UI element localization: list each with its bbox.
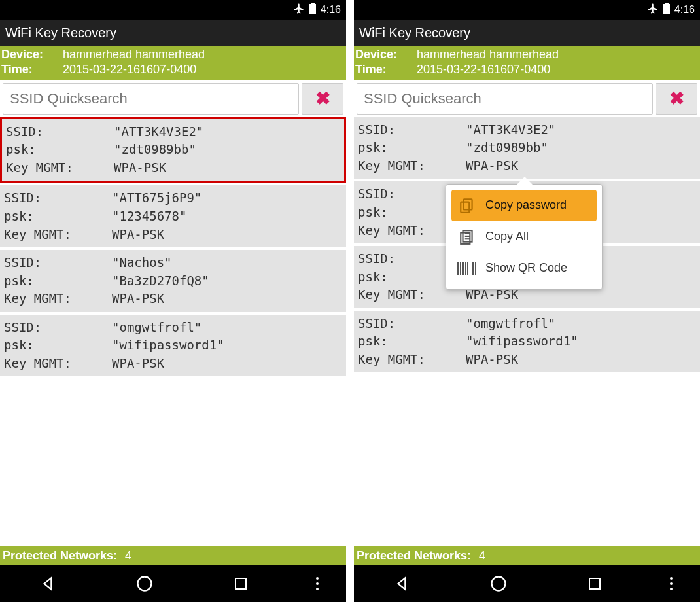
device-value: hammerhead hammerhead xyxy=(417,47,559,62)
psk-label: psk: xyxy=(4,207,112,226)
svg-rect-1 xyxy=(236,578,246,589)
svg-point-3 xyxy=(316,582,319,585)
copy-all-item[interactable]: Copy All xyxy=(451,221,597,253)
network-card[interactable]: SSID:"ATT675j6P9" psk:"12345678" Key MGM… xyxy=(0,185,346,247)
svg-rect-14 xyxy=(462,262,464,275)
ssid-value: "ATT3K4V3E2" xyxy=(466,121,555,139)
svg-rect-12 xyxy=(457,262,459,275)
svg-point-22 xyxy=(670,577,673,580)
svg-point-20 xyxy=(491,577,505,591)
keymgmt-value: WPA-PSK xyxy=(114,159,166,177)
clear-search-button[interactable]: ✖ xyxy=(302,83,343,115)
time-value: 2015-03-22-161607-0400 xyxy=(417,62,550,77)
svg-rect-17 xyxy=(470,262,470,275)
psk-label: psk: xyxy=(6,141,114,159)
close-icon: ✖ xyxy=(669,88,684,109)
psk-label: psk: xyxy=(358,332,466,351)
recent-apps-button[interactable] xyxy=(562,571,627,597)
psk-label: psk: xyxy=(358,139,466,157)
protected-networks-label: Protected Networks: xyxy=(3,549,117,563)
network-card[interactable]: SSID:"Nachos" psk:"Ba3zD270fQ8" Key MGMT… xyxy=(0,250,346,312)
back-button[interactable] xyxy=(370,571,435,597)
keymgmt-label: Key MGMT: xyxy=(358,157,466,175)
svg-rect-6 xyxy=(461,202,469,212)
phone-right: 4:16 WiFi Key Recovery Device: hammerhea… xyxy=(354,0,700,602)
keymgmt-value: WPA-PSK xyxy=(112,226,164,244)
copy-password-item[interactable]: Copy password xyxy=(451,190,597,221)
ssid-label: SSID: xyxy=(4,319,112,337)
keymgmt-value: WPA-PSK xyxy=(112,355,164,373)
network-list: SSID:"ATT3K4V3E2" psk:"zdt0989bb" Key MG… xyxy=(0,117,346,546)
keymgmt-label: Key MGMT: xyxy=(4,226,112,244)
ssid-label: SSID: xyxy=(358,315,466,333)
keymgmt-label: Key MGMT: xyxy=(6,159,114,177)
recent-apps-button[interactable] xyxy=(208,571,273,597)
keymgmt-label: Key MGMT: xyxy=(358,351,466,369)
svg-point-2 xyxy=(316,577,319,580)
info-bar: Device: hammerhead hammerhead Time: 2015… xyxy=(0,46,346,80)
battery-icon xyxy=(663,3,671,17)
overflow-menu-button[interactable] xyxy=(304,571,330,597)
airplane-mode-icon xyxy=(293,3,305,17)
home-button[interactable] xyxy=(112,571,177,597)
footer-bar: Protected Networks: 4 xyxy=(354,546,700,565)
network-list: SSID:"ATT3K4V3E2" psk:"zdt0989bb" Key MG… xyxy=(354,117,700,546)
network-card[interactable]: SSID:"ATT3K4V3E2" psk:"zdt0989bb" Key MG… xyxy=(0,117,346,183)
psk-value: "zdt0989bb" xyxy=(466,139,548,157)
info-bar: Device: hammerhead hammerhead Time: 2015… xyxy=(354,46,700,80)
clear-search-button[interactable]: ✖ xyxy=(656,83,697,115)
network-card[interactable]: SSID:"omgwtfrofl" psk:"wifipassword1" Ke… xyxy=(0,315,346,377)
nav-bar xyxy=(0,565,346,602)
ssid-label: SSID: xyxy=(4,254,112,272)
copy-all-label: Copy All xyxy=(485,230,529,243)
status-bar: 4:16 xyxy=(0,0,346,20)
protected-networks-count: 4 xyxy=(125,549,131,563)
show-qr-item[interactable]: Show QR Code xyxy=(451,253,597,284)
search-row: ✖ xyxy=(354,80,700,117)
ssid-value: "omgwtfrofl" xyxy=(466,315,555,333)
ssid-value: "ATT675j6P9" xyxy=(112,189,201,207)
battery-icon xyxy=(309,3,317,17)
svg-rect-18 xyxy=(472,262,474,275)
footer-bar: Protected Networks: 4 xyxy=(0,546,346,565)
app-title: WiFi Key Recovery xyxy=(5,26,116,41)
search-row: ✖ xyxy=(0,80,346,117)
svg-rect-21 xyxy=(589,578,600,589)
protected-networks-count: 4 xyxy=(479,549,485,563)
time-label: Time: xyxy=(1,62,63,77)
ssid-label: SSID: xyxy=(358,121,466,139)
device-label: Device: xyxy=(355,47,417,62)
ssid-value: "omgwtfrofl" xyxy=(112,319,201,337)
search-input[interactable] xyxy=(3,83,299,115)
copy-password-label: Copy password xyxy=(485,198,567,212)
svg-rect-15 xyxy=(465,262,466,275)
svg-point-23 xyxy=(670,582,673,585)
ssid-label: SSID: xyxy=(4,189,112,207)
network-card[interactable]: SSID:"omgwtfrofl" psk:"wifipassword1" Ke… xyxy=(354,311,700,373)
ssid-label: SSID: xyxy=(6,123,114,141)
keymgmt-value: WPA-PSK xyxy=(112,290,164,308)
svg-point-24 xyxy=(670,588,673,590)
status-clock: 4:16 xyxy=(674,4,695,16)
psk-value: "wifipassword1" xyxy=(466,332,578,351)
phone-left: 4:16 WiFi Key Recovery Device: hammerhea… xyxy=(0,0,346,602)
psk-value: "Ba3zD270fQ8" xyxy=(112,272,209,291)
keymgmt-value: WPA-PSK xyxy=(466,157,518,175)
svg-rect-5 xyxy=(464,199,472,209)
copy-icon xyxy=(457,196,478,215)
device-label: Device: xyxy=(1,47,63,62)
keymgmt-label: Key MGMT: xyxy=(4,290,112,308)
network-card[interactable]: SSID:"ATT3K4V3E2" psk:"zdt0989bb" Key MG… xyxy=(354,117,700,179)
time-label: Time: xyxy=(355,62,417,77)
search-input[interactable] xyxy=(357,83,653,115)
svg-rect-13 xyxy=(460,262,461,275)
time-value: 2015-03-22-161607-0400 xyxy=(63,62,196,77)
svg-point-4 xyxy=(316,588,319,590)
ssid-value: "Nachos" xyxy=(112,254,172,272)
status-bar: 4:16 xyxy=(354,0,700,20)
overflow-menu-button[interactable] xyxy=(658,571,684,597)
copy-all-icon xyxy=(457,228,478,246)
back-button[interactable] xyxy=(16,571,81,597)
home-button[interactable] xyxy=(466,571,531,597)
psk-value: "zdt0989bb" xyxy=(114,141,196,159)
